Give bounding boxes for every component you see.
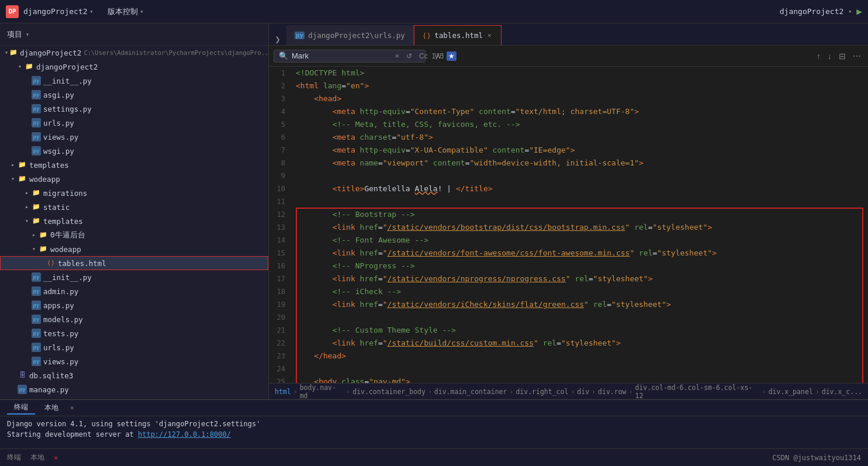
version-control[interactable]: 版本控制 ▾ [108, 6, 144, 17]
sidebar-item-views-py[interactable]: py views.py [0, 130, 268, 144]
static-icon: 📁 [32, 202, 41, 212]
history-search-btn[interactable]: ↺ [404, 51, 414, 61]
code-line-8: 8 <meta name="viewport" content="width=d… [269, 157, 868, 170]
sidebar-header[interactable]: 项目 ▾ [0, 23, 268, 46]
sidebar-item-manage-py[interactable]: py manage.py [0, 382, 268, 396]
output-line-1: Django version 4.1, using settings 'djan… [7, 419, 861, 429]
sidebar-item-tables-html[interactable]: ⟨⟩ tables.html [0, 256, 268, 270]
sidebar-item-init-py[interactable]: py __init__.py [0, 74, 268, 88]
wodeapp-inner-expand: ▾ [30, 246, 37, 253]
sidebar-item-templates-root[interactable]: ▸ 📁 templates [0, 158, 268, 172]
sidebar-item-settings-py[interactable]: py settings.py [0, 102, 268, 116]
sidebar-item-wodeapp[interactable]: ▾ 📁 wodeapp [0, 172, 268, 186]
title-bar-right: djangoProject2 ▾ ▶ [780, 6, 862, 17]
tests-py-label: tests.py [43, 329, 78, 338]
views-py-icon: py [32, 132, 41, 141]
urls-py-icon: py [32, 118, 41, 127]
tab-tables-html[interactable]: ⟨⟩ tables.html × [414, 25, 502, 45]
manage-py-label: manage.py [29, 385, 69, 394]
asgi-py-label: asgi.py [43, 91, 74, 99]
breadcrumb-html: html [275, 388, 291, 396]
sidebar-item-tests-py[interactable]: py tests.py [0, 326, 268, 340]
code-line-23: 23 </head> [269, 350, 868, 363]
code-line-1: 1 <!DOCTYPE html> [269, 67, 868, 80]
sidebar-header-label: 项目 [7, 29, 22, 40]
init2-py-label: __init__.py [43, 273, 92, 282]
app-icon: DP [6, 5, 19, 18]
search-actions: ↑ ↓ ⊟ ⋯ [814, 50, 863, 62]
templates-inner-icon: 📁 [32, 216, 41, 226]
sidebar-item-templates-inner[interactable]: ▾ 📁 templates [0, 214, 268, 228]
sidebar-item-models-py[interactable]: py models.py [0, 312, 268, 326]
bottom-bar: 终端 本地 × CSDN @justwaityou1314 [0, 448, 868, 466]
sidebar-item-asgi-py[interactable]: py asgi.py [0, 88, 268, 102]
sidebar-item-db-sqlite[interactable]: 🗄 db.sqlite3 [0, 368, 268, 382]
niubangtai-expand: ▸ [30, 232, 37, 239]
code-editor[interactable]: 1 <!DOCTYPE html> 2 <html lang="en"> 3 <… [269, 67, 868, 383]
code-line-19: 19 <link href="/static/vendors/iCheck/sk… [269, 298, 868, 311]
output-area: Django version 4.1, using settings 'djan… [0, 416, 868, 448]
sidebar-item-djangoproject2[interactable]: ▾ 📁 djangoProject2 [0, 60, 268, 74]
tab-expand-btn[interactable]: ❯ [269, 34, 286, 45]
sidebar-item-urls-py[interactable]: py urls.py [0, 116, 268, 130]
db-sqlite-icon: 🗄 [18, 371, 27, 380]
models-py-label: models.py [43, 315, 83, 324]
project-name[interactable]: djangoProject2 ▾ [23, 7, 94, 16]
sidebar-item-urls2-py[interactable]: py urls.py [0, 340, 268, 354]
sidebar-item-static[interactable]: ▸ 📁 static [0, 200, 268, 214]
tab-urls-py[interactable]: py djangoProject2\urls.py [286, 25, 414, 45]
tables-html-icon: ⟨⟩ [46, 258, 56, 268]
sidebar-item-wodeapp-inner[interactable]: ▾ 📁 wodeapp [0, 242, 268, 256]
code-line-11: 11 [269, 195, 868, 208]
wodeapp-inner-icon: 📁 [39, 244, 48, 254]
clear-search-btn[interactable]: × [393, 51, 401, 61]
tab-bar: ❯ py djangoProject2\urls.py ⟨⟩ tables.ht… [269, 23, 868, 46]
code-line-16: 16 <!-- NProgress --> [269, 260, 868, 272]
niubangtai-icon: 📁 [39, 230, 48, 240]
sidebar-item-apps-py[interactable]: py apps.py [0, 298, 268, 312]
views2-py-label: views.py [43, 357, 78, 366]
sidebar-item-root[interactable]: ▾ 📁 djangoProject2 C:\Users\Administrato… [0, 46, 268, 60]
sidebar-item-niubangtai[interactable]: ▸ 📁 0牛逼后台 [0, 228, 268, 242]
djangoproject2-folder-icon: 📁 [25, 62, 34, 71]
star-search-btn[interactable]: ★ [447, 51, 457, 61]
search-more-btn[interactable]: ⋯ [850, 50, 863, 62]
search-prev-btn[interactable]: ↑ [814, 50, 823, 62]
init-py-label: __init__.py [43, 77, 92, 85]
search-next-btn[interactable]: ↓ [825, 50, 834, 62]
code-line-21: 21 <!-- Custom Theme Style --> [269, 324, 868, 337]
apps-py-icon: py [32, 301, 41, 310]
breadcrumb-col: div.col-md-6.col-sm-6.col-xs-12 [635, 384, 759, 400]
terminal-tab[interactable]: 终端 [7, 401, 35, 415]
sidebar-item-init2-py[interactable]: py __init__.py [0, 270, 268, 284]
search-input[interactable] [292, 51, 390, 60]
code-line-24: 24 [269, 363, 868, 375]
tab-close-btn[interactable]: × [486, 31, 493, 40]
init2-py-icon: py [32, 272, 41, 282]
close-terminal-btn[interactable]: × [54, 454, 58, 462]
niubangtai-label: 0牛逼后台 [50, 230, 85, 240]
breadcrumb-xpanel: div.x_panel [769, 388, 813, 396]
manage-py-icon: py [18, 385, 27, 394]
search-filter-btn[interactable]: ⊟ [836, 50, 848, 62]
sidebar-item-migrations[interactable]: ▸ 📁 migrations [0, 186, 268, 200]
search-input-wrap: 🔍 × ↺ Cc W ★ [274, 50, 426, 63]
code-line-9: 9 [269, 170, 868, 182]
case-sensitive-btn[interactable]: Cc [417, 51, 430, 61]
output-link[interactable]: http://127.0.0.1:8000/ [138, 430, 231, 439]
breadcrumb-row: div.row [598, 388, 626, 396]
urls-py-tab-label: djangoProject2\urls.py [308, 31, 405, 40]
urls2-py-label: urls.py [43, 343, 74, 352]
static-expand: ▸ [23, 203, 30, 210]
run-icon[interactable]: ▶ [856, 6, 862, 17]
terminal-close-btn[interactable]: × [70, 404, 74, 412]
watermark: CSDN @justwaityou1314 [772, 454, 861, 462]
apps-py-label: apps.py [43, 301, 74, 310]
terminal-label-bottom[interactable]: 终端 [7, 453, 21, 462]
sidebar-item-views2-py[interactable]: py views.py [0, 354, 268, 368]
static-label: static [43, 203, 70, 212]
admin-py-icon: py [32, 286, 41, 296]
models-py-icon: py [32, 315, 41, 324]
sidebar-item-admin-py[interactable]: py admin.py [0, 284, 268, 298]
sidebar-item-wsgi-py[interactable]: py wsgi.py [0, 144, 268, 158]
